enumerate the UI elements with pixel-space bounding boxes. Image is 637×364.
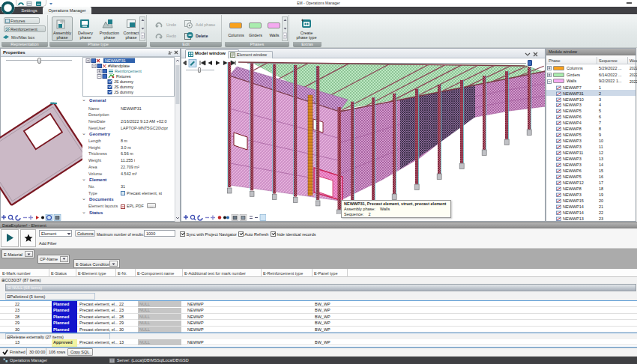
svg-text:#Wandplate: #Wandplate xyxy=(108,64,130,68)
svg-text:Fixtures: Fixtures xyxy=(116,74,131,79)
svg-text:JS dummy: JS dummy xyxy=(114,90,133,94)
svg-text:JS dummy: JS dummy xyxy=(114,79,133,84)
svg-text:Reinforcement: Reinforcement xyxy=(115,69,142,73)
svg-text:NEWWP31: NEWWP31 xyxy=(105,58,126,63)
svg-text:JS dummy: JS dummy xyxy=(114,85,133,89)
